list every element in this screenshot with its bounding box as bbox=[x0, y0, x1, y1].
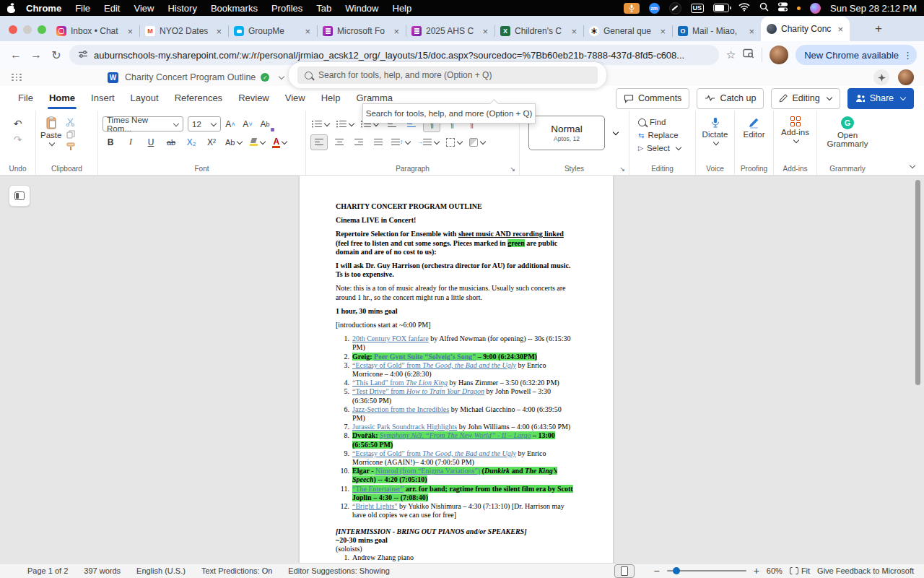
editor-button[interactable]: Editor bbox=[739, 116, 769, 139]
navigation-pane-toggle[interactable] bbox=[9, 185, 30, 207]
document-page[interactable]: CHARITY CONCERT PROGRAM OUTLINECinema LI… bbox=[300, 176, 613, 563]
zoom-out-button[interactable]: − bbox=[653, 566, 659, 576]
app-launcher-icon[interactable] bbox=[12, 74, 22, 82]
font-color-button[interactable]: A bbox=[271, 135, 289, 150]
search-input[interactable]: Search for tools, help, and more (Option… bbox=[297, 66, 598, 84]
tab-close-icon[interactable]: × bbox=[837, 24, 844, 35]
tab-search-icon[interactable] bbox=[743, 48, 754, 61]
doc-link[interactable]: The Lion King bbox=[406, 379, 448, 387]
format-painter-icon[interactable] bbox=[66, 142, 75, 151]
shrink-font-button[interactable]: A˅ bbox=[240, 117, 256, 131]
underline-button[interactable]: U bbox=[143, 135, 159, 150]
tab-close-icon[interactable]: × bbox=[481, 26, 489, 37]
menubar-item-history[interactable]: History bbox=[167, 3, 196, 14]
ribbon-tab-references[interactable]: References bbox=[167, 86, 230, 111]
browser-tab[interactable]: Charity Conc× bbox=[761, 17, 850, 41]
browser-tab[interactable]: 2025 AHS C× bbox=[406, 21, 494, 41]
black-app-icon[interactable] bbox=[669, 2, 681, 14]
replace-button[interactable]: ⇆Replace bbox=[638, 129, 691, 142]
forward-button[interactable]: → bbox=[26, 48, 46, 61]
subscript-button[interactable]: X₂ bbox=[183, 135, 199, 150]
paste-button[interactable]: Paste bbox=[40, 116, 61, 151]
align-left-button[interactable] bbox=[310, 134, 328, 150]
reload-button[interactable]: ↻ bbox=[46, 48, 66, 62]
share-button[interactable]: Share bbox=[847, 88, 914, 109]
spotlight-search-icon[interactable] bbox=[759, 2, 769, 14]
doc-link[interactable]: The Good, the Bad and the Ugly bbox=[422, 449, 516, 457]
ribbon-tab-layout[interactable]: Layout bbox=[123, 86, 167, 111]
addins-button[interactable]: Add-ins bbox=[778, 116, 812, 144]
vertical-scrollbar[interactable] bbox=[915, 180, 920, 385]
find-button[interactable]: Find bbox=[638, 116, 691, 129]
menubar-clock[interactable]: Sun Sep 28 2:12 PM bbox=[830, 3, 917, 14]
dictate-button[interactable]: Dictate bbox=[700, 116, 730, 146]
status-item[interactable]: 397 words bbox=[84, 566, 121, 575]
font-name-select[interactable]: Times New Rom... bbox=[103, 116, 183, 131]
siri-icon[interactable] bbox=[810, 3, 821, 14]
browser-tab[interactable]: Inbox • Chat× bbox=[51, 21, 139, 41]
ribbon-tab-help[interactable]: Help bbox=[313, 86, 349, 111]
title-chevron-icon[interactable] bbox=[279, 74, 284, 79]
cut-icon[interactable] bbox=[66, 118, 75, 126]
ribbon-tab-insert[interactable]: Insert bbox=[83, 86, 123, 111]
doc-link[interactable]: Jazz-Section from the Incredibles bbox=[352, 405, 449, 413]
select-button[interactable]: ▷Select bbox=[638, 142, 691, 155]
doc-link[interactable]: The Good, the Bad and the Ugly bbox=[422, 361, 516, 369]
menubar-item-view[interactable]: View bbox=[134, 3, 154, 14]
highlight-color-button[interactable] bbox=[248, 135, 267, 150]
fullscreen-window-button[interactable] bbox=[38, 25, 46, 34]
word-logo-icon[interactable]: W bbox=[108, 72, 118, 83]
doc-link[interactable]: Symphony №9, “From The New World” - II –… bbox=[380, 431, 531, 439]
doc-link[interactable]: “This Land” from bbox=[352, 379, 406, 387]
tab-close-icon[interactable]: × bbox=[570, 26, 578, 37]
ribbon-collapse-icon[interactable] bbox=[910, 163, 915, 168]
comments-button[interactable]: Comments bbox=[616, 88, 689, 109]
browser-tab[interactable]: General que× bbox=[583, 21, 672, 41]
catch-up-button[interactable]: Catch up bbox=[697, 88, 764, 109]
styles-dialog-launcher[interactable]: ↘ bbox=[619, 165, 625, 173]
doc-link[interactable]: Jurassic Park Soundtrack Highlights bbox=[352, 423, 457, 431]
ribbon-tab-home[interactable]: Home bbox=[41, 86, 83, 111]
minimize-window-button[interactable] bbox=[23, 25, 32, 34]
grow-font-button[interactable]: A˄ bbox=[222, 117, 238, 131]
paragraph-dialog-launcher[interactable]: ↘ bbox=[510, 165, 515, 173]
tab-close-icon[interactable]: × bbox=[393, 26, 400, 37]
ribbon-tab-file[interactable]: File bbox=[10, 86, 41, 111]
browser-tab[interactable]: GroupMe× bbox=[228, 21, 317, 41]
profile-avatar[interactable] bbox=[770, 46, 788, 64]
doc-link[interactable]: Nimrod (from “Enigma Variations”) bbox=[375, 467, 480, 475]
menubar-item-file[interactable]: File bbox=[75, 3, 90, 14]
browser-tab[interactable]: Microsoft Fo× bbox=[317, 21, 406, 41]
menubar-item-window[interactable]: Window bbox=[345, 3, 378, 14]
zoom-in-button[interactable]: + bbox=[754, 566, 759, 576]
browser-tab[interactable]: Children's C× bbox=[494, 21, 583, 41]
battery-icon[interactable] bbox=[713, 4, 729, 12]
redo-button[interactable]: ↷ bbox=[10, 132, 26, 147]
feedback-link[interactable]: Give Feedback to Microsoft bbox=[817, 566, 914, 575]
doc-link[interactable]: 20th Century FOX fanfare bbox=[352, 335, 429, 342]
status-item[interactable]: English (U.S.) bbox=[136, 566, 186, 575]
close-window-button[interactable] bbox=[9, 25, 17, 34]
tab-close-icon[interactable]: × bbox=[748, 26, 755, 37]
doc-link[interactable]: How to Train Your Dragon bbox=[406, 387, 484, 395]
url-text[interactable]: auburnschools-my.sharepoint.com/:w:/r/pe… bbox=[94, 50, 684, 61]
bold-button[interactable]: B bbox=[103, 135, 118, 150]
tab-close-icon[interactable]: × bbox=[304, 26, 311, 37]
control-center-icon[interactable] bbox=[778, 2, 788, 14]
chrome-menu-icon[interactable]: ⋮ bbox=[903, 50, 912, 61]
style-normal-button[interactable]: Normal Aptos, 12 bbox=[528, 116, 605, 150]
strikethrough-button[interactable]: ab bbox=[163, 135, 179, 150]
microphone-indicator-icon[interactable] bbox=[624, 3, 640, 14]
superscript-button[interactable]: X² bbox=[204, 135, 219, 150]
zoom-app-icon[interactable]: zm bbox=[649, 3, 660, 14]
tab-close-icon[interactable]: × bbox=[126, 26, 134, 37]
align-right-button[interactable] bbox=[351, 135, 367, 150]
doc-link[interactable]: Peer Gynt Suite “Solveig’s Song” bbox=[374, 353, 476, 361]
wifi-icon[interactable] bbox=[738, 2, 750, 14]
zoom-slider[interactable] bbox=[667, 570, 746, 571]
fit-button[interactable]: Fit bbox=[790, 566, 810, 575]
chrome-update-button[interactable]: New Chrome available ⋮ bbox=[796, 45, 917, 65]
doc-link[interactable]: “Test Drive” from bbox=[352, 387, 406, 395]
copy-icon[interactable] bbox=[66, 130, 75, 139]
document-title[interactable]: Charity Concert Program Outline bbox=[125, 72, 256, 82]
